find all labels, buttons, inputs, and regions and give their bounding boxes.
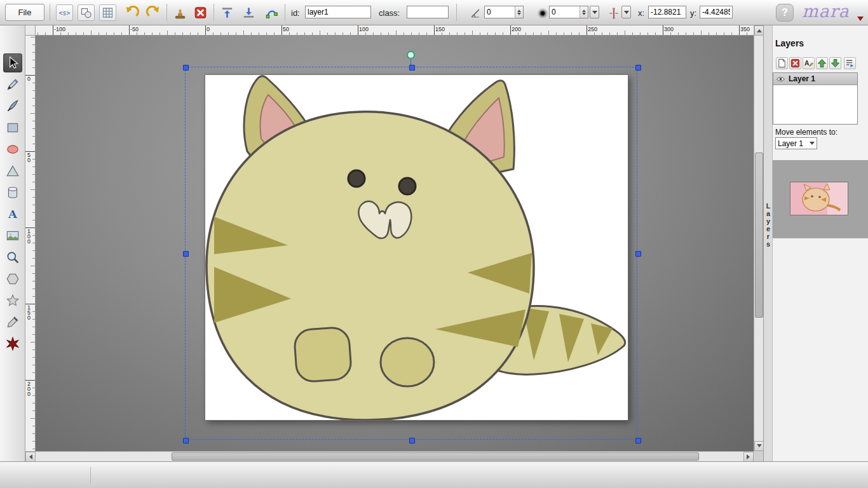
svg-text:A: A [804,60,810,67]
star-tool-button[interactable] [3,291,22,310]
ruler-label: 200 [512,26,521,32]
separator [456,4,457,21]
polygon-tool-button[interactable] [3,269,22,288]
blur-spinner[interactable] [580,6,588,18]
text-tool-button[interactable]: A [3,205,22,224]
blur-icon [535,6,550,21]
horizontal-ruler: -100-50050100150200250300350 [36,25,754,36]
ruler-label: 150 [27,305,31,320]
text-icon: A [5,207,20,222]
class-input[interactable] [407,6,449,18]
scroll-up-button[interactable] [754,25,764,36]
layer-visibility-icon[interactable] [776,76,785,83]
ruler-label: 50 [283,26,289,32]
send-to-back-button[interactable] [240,4,257,21]
move-elements-select[interactable]: Layer 1 [775,137,817,149]
vertical-scroll-thumb[interactable] [755,152,763,318]
ruler-label: 100 [27,229,31,244]
separator [90,467,91,484]
triangle-tool-button[interactable] [3,161,22,180]
selection-handle-ne[interactable] [635,65,641,71]
document-thumbnail[interactable] [790,182,848,215]
selection-bounding-box [185,67,637,440]
layer-row[interactable]: Layer 1 [773,73,857,85]
scroll-down-button[interactable] [754,441,764,451]
y-label: y: [690,8,696,18]
x-input[interactable] [648,6,686,18]
grid-toggle-button[interactable] [99,4,116,21]
select-tool-button[interactable] [3,53,22,72]
move-layer-down-button[interactable] [829,57,841,69]
layers-panel-title: Layers [775,38,804,48]
ruler-label: 0 [207,26,210,32]
selection-handle-n[interactable] [409,65,415,71]
image-tool-button[interactable] [3,226,22,245]
shape-library-tool-button[interactable] [3,183,22,202]
move-layer-up-button[interactable] [816,57,828,69]
blur-dropdown-button[interactable] [590,6,599,18]
pencil-tool-button[interactable] [3,75,22,94]
rectangle-tool-button[interactable] [3,118,22,137]
id-input[interactable] [305,6,371,18]
undo-icon [125,6,139,20]
clone-button[interactable] [172,4,189,21]
delete-layer-icon [790,58,801,69]
ellipse-tool-button[interactable] [3,140,22,159]
image-icon [5,228,20,243]
scroll-right-button[interactable] [743,452,754,462]
vertical-scrollbar[interactable] [754,25,763,451]
triangle-icon [5,163,20,179]
align-dropdown-button[interactable] [621,6,631,18]
selection-handle-nw[interactable] [183,65,189,71]
class-label: class: [379,8,400,18]
redo-button[interactable] [145,4,162,21]
connector-tool-button[interactable] [3,334,22,353]
new-layer-button[interactable] [776,57,788,69]
rename-layer-button[interactable]: A [803,57,815,69]
selection-handle-sw[interactable] [183,438,189,444]
scroll-left-button[interactable] [25,452,36,462]
y-input[interactable] [700,6,733,18]
edit-source-button[interactable]: <s> [56,4,73,21]
star-icon [5,293,20,308]
path-tool-button[interactable] [3,97,22,116]
zoom-tool-button[interactable] [3,248,22,267]
bring-to-front-button[interactable] [219,4,236,21]
ruler-label: 50 [27,152,31,163]
selection-handle-s[interactable] [409,438,415,444]
selection-handle-se[interactable] [635,438,641,444]
undo-button[interactable] [123,4,140,21]
document-properties-button[interactable] [78,4,95,21]
layer-list-icon [844,58,855,69]
horizontal-scrollbar[interactable] [25,451,754,461]
convert-to-path-button[interactable] [263,4,280,21]
canvas-workspace[interactable] [36,36,754,451]
eyedropper-tool-button[interactable] [3,313,22,332]
layer-up-icon [817,58,827,69]
layers-side-tab: Layers [764,202,773,248]
selection-handle-w[interactable] [183,251,189,257]
grid-icon [101,6,114,19]
separator [214,4,214,21]
file-menu-button[interactable]: File [5,4,44,21]
ruler-label: 300 [664,26,674,32]
help-button[interactable]: ? [776,4,794,22]
delete-button[interactable] [192,4,209,21]
horizontal-scroll-thumb[interactable] [172,452,699,461]
separator [166,4,167,21]
eyedropper-icon [5,315,20,330]
delete-layer-button[interactable] [789,57,801,69]
merge-layer-button[interactable] [844,57,856,69]
delete-icon [193,6,208,20]
ruler-corner [25,25,36,36]
svg-text:A: A [8,208,17,220]
angle-spinner[interactable] [515,6,523,18]
pencil-icon [5,77,20,92]
selection-handle-e[interactable] [635,251,641,257]
logo-menu-caret[interactable] [857,17,864,24]
ruler-label: 0 [27,76,31,81]
rotation-handle[interactable] [407,51,415,59]
layers-panel-collapse-strip[interactable]: Layers [764,25,773,461]
layer-down-icon [830,58,841,69]
move-elements-label: Move elements to: [775,128,837,137]
